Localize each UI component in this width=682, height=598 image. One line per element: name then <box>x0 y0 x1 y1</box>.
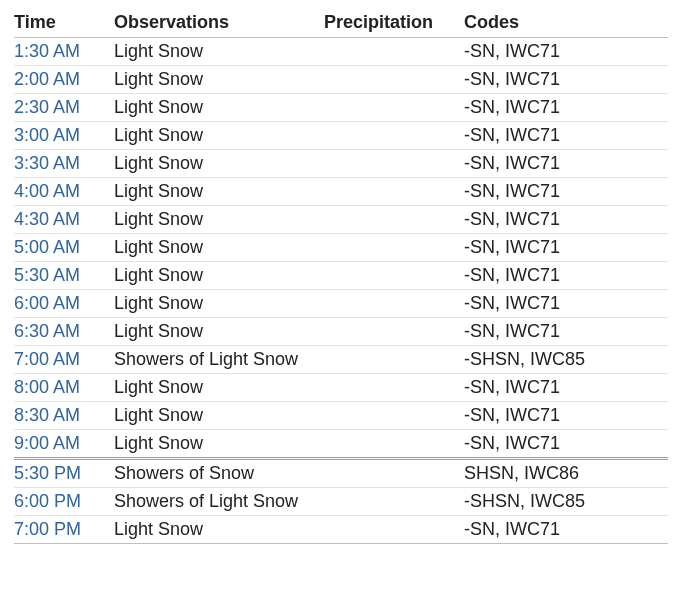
cell-observations: Light Snow <box>114 262 324 290</box>
cell-codes: -SN, IWC71 <box>464 516 668 544</box>
table-row: 6:30 AMLight Snow-SN, IWC71 <box>14 318 668 346</box>
cell-codes: -SN, IWC71 <box>464 206 668 234</box>
cell-observations: Showers of Light Snow <box>114 488 324 516</box>
cell-codes: -SHSN, IWC85 <box>464 488 668 516</box>
cell-time: 5:00 AM <box>14 234 114 262</box>
cell-codes: -SN, IWC71 <box>464 94 668 122</box>
time-link[interactable]: 3:00 AM <box>14 125 80 145</box>
cell-observations: Light Snow <box>114 66 324 94</box>
cell-observations: Light Snow <box>114 374 324 402</box>
cell-codes: -SN, IWC71 <box>464 318 668 346</box>
time-link[interactable]: 6:00 PM <box>14 491 81 511</box>
table-row: 5:30 AMLight Snow-SN, IWC71 <box>14 262 668 290</box>
cell-observations: Light Snow <box>114 234 324 262</box>
cell-precipitation <box>324 488 464 516</box>
cell-precipitation <box>324 374 464 402</box>
time-link[interactable]: 3:30 AM <box>14 153 80 173</box>
table-row: 7:00 PMLight Snow-SN, IWC71 <box>14 516 668 544</box>
time-link[interactable]: 9:00 AM <box>14 433 80 453</box>
cell-codes: -SN, IWC71 <box>464 66 668 94</box>
cell-time: 1:30 AM <box>14 38 114 66</box>
table-row: 2:00 AMLight Snow-SN, IWC71 <box>14 66 668 94</box>
table-row: 4:30 AMLight Snow-SN, IWC71 <box>14 206 668 234</box>
cell-observations: Light Snow <box>114 178 324 206</box>
cell-codes: -SHSN, IWC85 <box>464 346 668 374</box>
time-link[interactable]: 4:00 AM <box>14 181 80 201</box>
time-link[interactable]: 5:30 AM <box>14 265 80 285</box>
cell-time: 8:00 AM <box>14 374 114 402</box>
cell-observations: Light Snow <box>114 290 324 318</box>
cell-precipitation <box>324 178 464 206</box>
table-header-row: Time Observations Precipitation Codes <box>14 8 668 38</box>
table-row: 3:30 AMLight Snow-SN, IWC71 <box>14 150 668 178</box>
table-row: 2:30 AMLight Snow-SN, IWC71 <box>14 94 668 122</box>
cell-precipitation <box>324 150 464 178</box>
time-link[interactable]: 2:00 AM <box>14 69 80 89</box>
cell-time: 5:30 AM <box>14 262 114 290</box>
table-row: 8:30 AMLight Snow-SN, IWC71 <box>14 402 668 430</box>
cell-time: 9:00 AM <box>14 430 114 459</box>
col-header-precipitation: Precipitation <box>324 8 464 38</box>
cell-observations: Showers of Light Snow <box>114 346 324 374</box>
col-header-codes: Codes <box>464 8 668 38</box>
cell-precipitation <box>324 38 464 66</box>
time-link[interactable]: 7:00 PM <box>14 519 81 539</box>
cell-observations: Light Snow <box>114 94 324 122</box>
cell-precipitation <box>324 318 464 346</box>
time-link[interactable]: 6:30 AM <box>14 321 80 341</box>
time-link[interactable]: 7:00 AM <box>14 349 80 369</box>
table-row: 9:00 AMLight Snow-SN, IWC71 <box>14 430 668 459</box>
cell-codes: -SN, IWC71 <box>464 374 668 402</box>
cell-codes: -SN, IWC71 <box>464 290 668 318</box>
time-link[interactable]: 8:30 AM <box>14 405 80 425</box>
table-row: 6:00 AMLight Snow-SN, IWC71 <box>14 290 668 318</box>
cell-precipitation <box>324 206 464 234</box>
cell-time: 4:00 AM <box>14 178 114 206</box>
cell-time: 5:30 PM <box>14 459 114 488</box>
cell-codes: -SN, IWC71 <box>464 234 668 262</box>
cell-precipitation <box>324 122 464 150</box>
cell-codes: -SN, IWC71 <box>464 178 668 206</box>
time-link[interactable]: 4:30 AM <box>14 209 80 229</box>
cell-time: 8:30 AM <box>14 402 114 430</box>
cell-precipitation <box>324 516 464 544</box>
cell-codes: SHSN, IWC86 <box>464 459 668 488</box>
cell-codes: -SN, IWC71 <box>464 122 668 150</box>
cell-time: 6:00 AM <box>14 290 114 318</box>
table-row: 5:30 PMShowers of SnowSHSN, IWC86 <box>14 459 668 488</box>
cell-time: 7:00 AM <box>14 346 114 374</box>
time-link[interactable]: 5:00 AM <box>14 237 80 257</box>
weather-observations-table: Time Observations Precipitation Codes 1:… <box>14 8 668 544</box>
cell-precipitation <box>324 66 464 94</box>
col-header-time: Time <box>14 8 114 38</box>
table-row: 8:00 AMLight Snow-SN, IWC71 <box>14 374 668 402</box>
cell-codes: -SN, IWC71 <box>464 262 668 290</box>
cell-time: 6:00 PM <box>14 488 114 516</box>
cell-codes: -SN, IWC71 <box>464 38 668 66</box>
cell-observations: Light Snow <box>114 122 324 150</box>
cell-observations: Light Snow <box>114 318 324 346</box>
cell-codes: -SN, IWC71 <box>464 402 668 430</box>
cell-observations: Light Snow <box>114 150 324 178</box>
table-row: 4:00 AMLight Snow-SN, IWC71 <box>14 178 668 206</box>
cell-observations: Showers of Snow <box>114 459 324 488</box>
cell-time: 4:30 AM <box>14 206 114 234</box>
time-link[interactable]: 2:30 AM <box>14 97 80 117</box>
cell-observations: Light Snow <box>114 430 324 459</box>
time-link[interactable]: 5:30 PM <box>14 463 81 483</box>
time-link[interactable]: 8:00 AM <box>14 377 80 397</box>
time-link[interactable]: 1:30 AM <box>14 41 80 61</box>
cell-time: 7:00 PM <box>14 516 114 544</box>
table-row: 6:00 PMShowers of Light Snow-SHSN, IWC85 <box>14 488 668 516</box>
cell-precipitation <box>324 346 464 374</box>
cell-time: 3:30 AM <box>14 150 114 178</box>
cell-time: 6:30 AM <box>14 318 114 346</box>
cell-observations: Light Snow <box>114 516 324 544</box>
cell-precipitation <box>324 430 464 459</box>
time-link[interactable]: 6:00 AM <box>14 293 80 313</box>
cell-precipitation <box>324 262 464 290</box>
cell-time: 2:00 AM <box>14 66 114 94</box>
table-row: 3:00 AMLight Snow-SN, IWC71 <box>14 122 668 150</box>
table-row: 5:00 AMLight Snow-SN, IWC71 <box>14 234 668 262</box>
cell-observations: Light Snow <box>114 38 324 66</box>
